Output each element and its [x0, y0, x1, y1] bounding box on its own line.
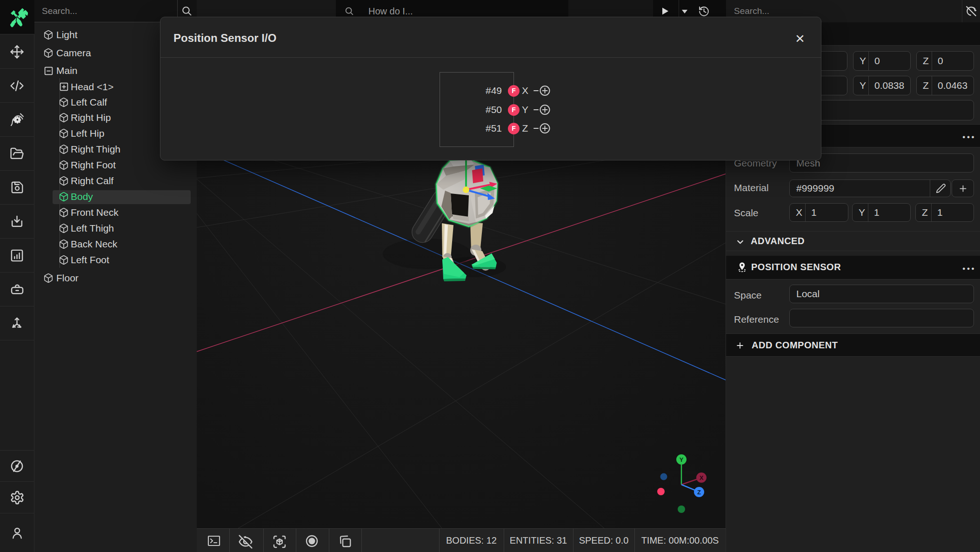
svg-text:Y: Y: [680, 456, 684, 463]
svg-text:Z: Z: [697, 489, 701, 496]
svg-text:X: X: [700, 474, 704, 481]
